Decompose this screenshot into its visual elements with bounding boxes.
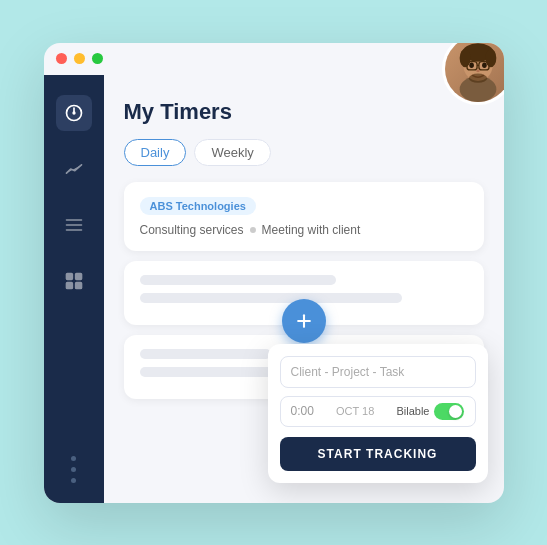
- skeleton-line: [140, 293, 402, 303]
- timer-desc-left: Consulting services: [140, 223, 244, 237]
- skeleton-line: [140, 349, 271, 359]
- sidebar-item-list[interactable]: [56, 207, 92, 243]
- sidebar-dots: [71, 456, 76, 483]
- bilable-label: Bilable: [396, 405, 429, 417]
- popup-input-placeholder: Client - Project - Task: [291, 365, 405, 379]
- sidebar-dot-1: [71, 456, 76, 461]
- window-chrome: [44, 43, 504, 75]
- svg-point-6: [482, 62, 487, 67]
- sidebar-item-timer[interactable]: [56, 95, 92, 131]
- svg-point-10: [476, 69, 480, 72]
- timer-popup: Client - Project - Task 0:00 OCT 18 Bila…: [268, 344, 488, 483]
- svg-point-3: [459, 48, 470, 66]
- maximize-button[interactable]: [92, 53, 103, 64]
- bilable-toggle-row: Bilable: [396, 403, 464, 420]
- popup-time: 0:00: [291, 404, 314, 418]
- timer-tag: ABS Technologies: [140, 197, 256, 215]
- timer-card: ABS Technologies Consulting services Mee…: [124, 182, 484, 251]
- sidebar-dot-3: [71, 478, 76, 483]
- app-window: My Timers Daily Weekly ABS Technologies …: [44, 43, 504, 503]
- svg-rect-18: [66, 273, 72, 279]
- minimize-button[interactable]: [74, 53, 85, 64]
- tabs: Daily Weekly: [124, 139, 484, 166]
- main-content: My Timers Daily Weekly ABS Technologies …: [104, 75, 504, 503]
- timer-description: Consulting services Meeting with client: [140, 223, 468, 237]
- bilable-toggle[interactable]: [434, 403, 464, 420]
- sidebar: [44, 75, 104, 503]
- sidebar-item-grid[interactable]: [56, 263, 92, 299]
- client-project-task-input[interactable]: Client - Project - Task: [280, 356, 476, 388]
- timer-desc-right: Meeting with client: [262, 223, 361, 237]
- svg-point-11: [468, 73, 486, 82]
- svg-point-5: [469, 62, 474, 67]
- svg-rect-21: [75, 282, 81, 288]
- page-title: My Timers: [124, 99, 484, 125]
- tab-daily[interactable]: Daily: [124, 139, 187, 166]
- toggle-knob: [449, 405, 462, 418]
- add-timer-fab[interactable]: [282, 299, 326, 343]
- popup-meta-row: 0:00 OCT 18 Bilable: [280, 396, 476, 427]
- svg-rect-19: [75, 273, 81, 279]
- separator-dot: [250, 227, 256, 233]
- svg-point-4: [485, 48, 496, 66]
- sidebar-dot-2: [71, 467, 76, 472]
- svg-rect-20: [66, 282, 72, 288]
- sidebar-item-analytics[interactable]: [56, 151, 92, 187]
- popup-date: OCT 18: [336, 405, 374, 417]
- start-tracking-button[interactable]: START TRACKING: [280, 437, 476, 471]
- tab-weekly[interactable]: Weekly: [194, 139, 270, 166]
- skeleton-line: [140, 275, 337, 285]
- close-button[interactable]: [56, 53, 67, 64]
